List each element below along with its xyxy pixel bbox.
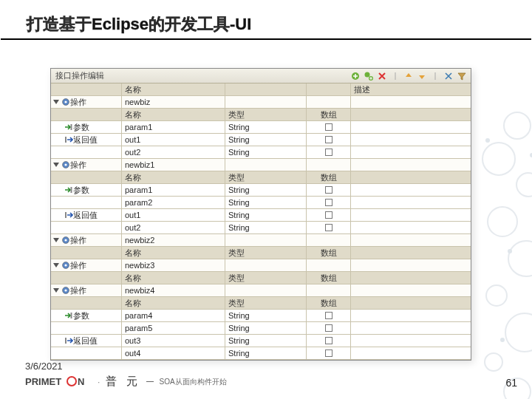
operation-row[interactable]: 操作 newbiz4 (51, 284, 471, 297)
sub-header-row: 名称 类型数组 (51, 272, 471, 284)
svg-point-28 (64, 239, 66, 241)
cell-name[interactable]: out2 (122, 222, 225, 233)
cell-type[interactable]: String (225, 134, 307, 146)
param-row[interactable]: 参数 param1 String (51, 184, 471, 197)
param-row[interactable]: 参数 param1 String (51, 121, 471, 134)
expand-icon[interactable] (53, 288, 59, 293)
cell-name[interactable]: param4 (122, 310, 225, 321)
toolbar (349, 70, 468, 82)
operation-row[interactable]: 操作 newbiz (51, 96, 471, 109)
cell-type[interactable]: String (225, 121, 307, 133)
panel-title: 接口操作编辑 (55, 70, 349, 81)
return-row[interactable]: 返回值 out1 String (51, 209, 471, 222)
op-label: 操作 (70, 160, 86, 171)
op-name[interactable]: newbiz (122, 96, 225, 108)
cell-type[interactable]: String (225, 310, 307, 321)
filter-icon[interactable] (456, 70, 468, 82)
cell-type[interactable]: String (225, 184, 307, 196)
svg-point-3 (488, 207, 517, 236)
param-icon (64, 311, 73, 320)
svg-point-5 (486, 285, 507, 306)
cell-type[interactable]: String (225, 322, 307, 334)
tree-table[interactable]: 名称 描述 操作 newbiz 名称 类型数组 参数 param1 String… (51, 83, 471, 360)
array-checkbox[interactable] (325, 186, 332, 194)
expand-icon[interactable] (53, 100, 59, 104)
array-checkbox[interactable] (325, 224, 332, 231)
cell-name[interactable]: out1 (122, 134, 225, 146)
svg-rect-33 (71, 313, 72, 318)
expand-icon[interactable] (53, 238, 59, 242)
svg-rect-34 (65, 338, 66, 344)
cell-name[interactable]: out1 (122, 209, 225, 221)
return-row[interactable]: 返回值 out3 String (51, 335, 471, 347)
cell-type[interactable]: String (225, 222, 307, 233)
cell-type[interactable]: String (225, 335, 307, 347)
cell-name[interactable]: param1 (122, 184, 225, 196)
svg-point-6 (505, 313, 532, 352)
param-row[interactable]: param5 String (51, 322, 471, 335)
return-row[interactable]: out4 String (51, 347, 471, 360)
cell-type[interactable]: String (225, 347, 307, 359)
array-checkbox[interactable] (325, 211, 332, 219)
operation-row[interactable]: 操作 newbiz3 (51, 259, 471, 272)
svg-point-11 (508, 249, 512, 253)
cell-name[interactable]: out2 (122, 146, 225, 158)
cell-type[interactable]: String (225, 146, 307, 158)
svg-point-15 (365, 72, 370, 77)
op-label: 操作 (70, 260, 86, 271)
header-row: 名称 描述 (51, 83, 471, 96)
svg-rect-22 (65, 137, 66, 143)
add-child-icon[interactable] (363, 70, 375, 82)
operation-row[interactable]: 操作 newbiz1 (51, 159, 471, 171)
svg-point-9 (485, 138, 490, 143)
refresh-icon[interactable] (443, 70, 454, 82)
array-checkbox[interactable] (325, 349, 332, 357)
svg-rect-25 (71, 187, 72, 193)
return-row[interactable]: 返回值 out1 String (51, 134, 471, 146)
svg-text:N: N (78, 376, 84, 387)
sub-header-row: 名称 类型数组 (51, 297, 471, 310)
op-name[interactable]: newbiz2 (122, 234, 225, 246)
svg-text:PRIMET: PRIMET (25, 376, 61, 387)
cell-type[interactable]: String (225, 197, 307, 208)
separator (389, 70, 401, 82)
array-checkbox[interactable] (325, 324, 332, 332)
cell-name[interactable]: out3 (122, 335, 225, 347)
array-checkbox[interactable] (325, 312, 332, 319)
op-name[interactable]: newbiz4 (122, 284, 225, 296)
return-icon (64, 135, 73, 144)
cell-name[interactable]: param1 (122, 121, 225, 133)
page-number: 61 (505, 377, 517, 389)
add-icon[interactable] (349, 70, 361, 82)
return-icon (64, 211, 73, 219)
operation-row[interactable]: 操作 newbiz2 (51, 234, 471, 247)
svg-point-4 (508, 241, 532, 276)
op-name[interactable]: newbiz1 (122, 159, 225, 171)
gear-icon (61, 261, 70, 270)
gear-icon (61, 98, 70, 106)
expand-icon[interactable] (53, 263, 59, 267)
param-row[interactable]: 参数 param4 String (51, 310, 471, 322)
op-name[interactable]: newbiz3 (122, 259, 225, 271)
array-checkbox[interactable] (325, 149, 332, 156)
array-checkbox[interactable] (325, 136, 332, 143)
down-icon[interactable] (416, 70, 428, 82)
return-row[interactable]: out2 String (51, 222, 471, 234)
cell-name[interactable]: out4 (122, 347, 225, 359)
return-row[interactable]: out2 String (51, 146, 471, 159)
cell-name[interactable]: param2 (122, 197, 225, 208)
svg-point-36 (67, 377, 76, 386)
svg-point-20 (64, 100, 66, 103)
array-checkbox[interactable] (325, 199, 332, 206)
param-row[interactable]: param2 String (51, 197, 471, 209)
cell-type[interactable]: String (225, 209, 307, 221)
delete-icon[interactable] (376, 70, 388, 82)
expand-icon[interactable] (53, 163, 59, 167)
svg-point-0 (504, 112, 531, 139)
array-checkbox[interactable] (325, 123, 332, 131)
array-checkbox[interactable] (325, 337, 332, 344)
up-icon[interactable] (403, 70, 415, 82)
gear-icon (61, 236, 70, 245)
cell-name[interactable]: param5 (122, 322, 225, 334)
brand-row: PRIMET N · 普 元 SOA从面向构件开始 (25, 375, 227, 389)
